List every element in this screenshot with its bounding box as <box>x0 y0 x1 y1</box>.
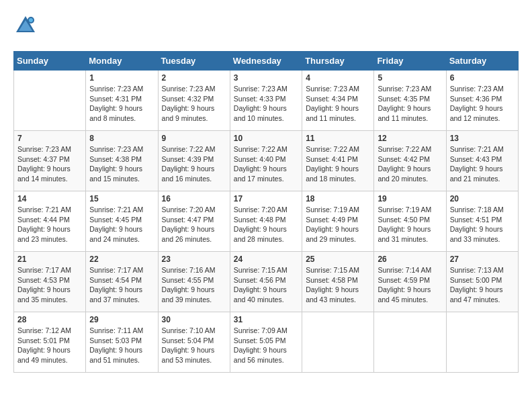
day-number: 25 <box>306 255 370 264</box>
calendar-cell: 6Sunrise: 7:23 AMSunset: 4:36 PMDaylight… <box>446 71 518 131</box>
day-number: 4 <box>306 73 370 83</box>
day-number: 23 <box>162 255 226 264</box>
col-header-wednesday: Wednesday <box>230 52 302 71</box>
col-header-saturday: Saturday <box>446 52 518 71</box>
day-number: 31 <box>234 315 298 324</box>
day-number: 20 <box>450 194 515 203</box>
calendar-cell: 27Sunrise: 7:13 AMSunset: 5:00 PMDayligh… <box>446 252 518 312</box>
day-info: Sunrise: 7:15 AMSunset: 4:56 PMDaylight:… <box>234 265 298 305</box>
day-number: 3 <box>234 73 298 83</box>
calendar-cell <box>14 71 86 131</box>
day-info: Sunrise: 7:10 AMSunset: 5:04 PMDaylight:… <box>162 326 226 365</box>
day-info: Sunrise: 7:09 AMSunset: 5:05 PMDaylight:… <box>234 326 298 365</box>
day-number: 22 <box>89 255 154 264</box>
day-info: Sunrise: 7:23 AMSunset: 4:34 PMDaylight:… <box>306 84 370 124</box>
col-header-monday: Monday <box>86 52 158 71</box>
logo <box>13 13 40 40</box>
calendar-table: SundayMondayTuesdayWednesdayThursdayFrid… <box>13 51 519 373</box>
col-header-tuesday: Tuesday <box>158 52 230 71</box>
calendar-week-row: 28Sunrise: 7:12 AMSunset: 5:01 PMDayligh… <box>14 312 519 373</box>
calendar-cell: 8Sunrise: 7:23 AMSunset: 4:38 PMDaylight… <box>86 131 158 191</box>
calendar-cell: 2Sunrise: 7:23 AMSunset: 4:32 PMDaylight… <box>158 71 230 131</box>
calendar-cell: 23Sunrise: 7:16 AMSunset: 4:55 PMDayligh… <box>158 252 230 312</box>
calendar-cell: 12Sunrise: 7:22 AMSunset: 4:42 PMDayligh… <box>374 131 446 191</box>
day-number: 26 <box>378 255 442 264</box>
calendar-cell: 21Sunrise: 7:17 AMSunset: 4:53 PMDayligh… <box>14 252 86 312</box>
day-info: Sunrise: 7:22 AMSunset: 4:41 PMDaylight:… <box>306 144 370 184</box>
day-number: 13 <box>450 134 515 143</box>
day-number: 5 <box>378 73 442 83</box>
day-info: Sunrise: 7:21 AMSunset: 4:45 PMDaylight:… <box>89 205 154 244</box>
col-header-thursday: Thursday <box>302 52 374 71</box>
day-info: Sunrise: 7:23 AMSunset: 4:35 PMDaylight:… <box>378 84 442 124</box>
day-number: 27 <box>450 255 515 264</box>
calendar-cell: 5Sunrise: 7:23 AMSunset: 4:35 PMDaylight… <box>374 71 446 131</box>
day-number: 14 <box>17 194 82 203</box>
calendar-week-row: 1Sunrise: 7:23 AMSunset: 4:31 PMDaylight… <box>14 71 519 131</box>
calendar-week-row: 14Sunrise: 7:21 AMSunset: 4:44 PMDayligh… <box>14 191 519 252</box>
day-number: 6 <box>450 73 515 83</box>
calendar-cell: 4Sunrise: 7:23 AMSunset: 4:34 PMDaylight… <box>302 71 374 131</box>
calendar-cell <box>302 312 374 373</box>
page-header <box>13 13 519 40</box>
day-info: Sunrise: 7:23 AMSunset: 4:37 PMDaylight:… <box>17 144 82 184</box>
calendar-cell: 17Sunrise: 7:20 AMSunset: 4:48 PMDayligh… <box>230 191 302 252</box>
day-info: Sunrise: 7:23 AMSunset: 4:31 PMDaylight:… <box>89 84 154 124</box>
day-info: Sunrise: 7:16 AMSunset: 4:55 PMDaylight:… <box>162 265 226 305</box>
calendar-cell: 28Sunrise: 7:12 AMSunset: 5:01 PMDayligh… <box>14 312 86 373</box>
calendar-cell: 25Sunrise: 7:15 AMSunset: 4:58 PMDayligh… <box>302 252 374 312</box>
day-info: Sunrise: 7:20 AMSunset: 4:47 PMDaylight:… <box>162 205 226 244</box>
day-number: 8 <box>89 134 154 143</box>
calendar-week-row: 21Sunrise: 7:17 AMSunset: 4:53 PMDayligh… <box>14 252 519 312</box>
calendar-cell <box>374 312 446 373</box>
calendar-cell: 31Sunrise: 7:09 AMSunset: 5:05 PMDayligh… <box>230 312 302 373</box>
day-info: Sunrise: 7:23 AMSunset: 4:33 PMDaylight:… <box>234 84 298 124</box>
day-info: Sunrise: 7:20 AMSunset: 4:48 PMDaylight:… <box>234 205 298 244</box>
calendar-cell: 30Sunrise: 7:10 AMSunset: 5:04 PMDayligh… <box>158 312 230 373</box>
calendar-cell: 18Sunrise: 7:19 AMSunset: 4:49 PMDayligh… <box>302 191 374 252</box>
day-number: 19 <box>378 194 442 203</box>
day-number: 15 <box>89 194 154 203</box>
day-number: 21 <box>17 255 82 264</box>
day-info: Sunrise: 7:22 AMSunset: 4:40 PMDaylight:… <box>234 144 298 184</box>
day-number: 7 <box>17 134 82 143</box>
day-info: Sunrise: 7:23 AMSunset: 4:38 PMDaylight:… <box>89 144 154 184</box>
day-number: 10 <box>234 134 298 143</box>
day-info: Sunrise: 7:14 AMSunset: 4:59 PMDaylight:… <box>378 265 442 305</box>
calendar-cell: 1Sunrise: 7:23 AMSunset: 4:31 PMDaylight… <box>86 71 158 131</box>
day-info: Sunrise: 7:19 AMSunset: 4:50 PMDaylight:… <box>378 205 442 244</box>
calendar-cell <box>446 312 518 373</box>
day-number: 30 <box>162 315 226 324</box>
day-number: 29 <box>89 315 154 324</box>
calendar-cell: 16Sunrise: 7:20 AMSunset: 4:47 PMDayligh… <box>158 191 230 252</box>
calendar-cell: 19Sunrise: 7:19 AMSunset: 4:50 PMDayligh… <box>374 191 446 252</box>
calendar-cell: 15Sunrise: 7:21 AMSunset: 4:45 PMDayligh… <box>86 191 158 252</box>
calendar-cell: 24Sunrise: 7:15 AMSunset: 4:56 PMDayligh… <box>230 252 302 312</box>
day-info: Sunrise: 7:22 AMSunset: 4:42 PMDaylight:… <box>378 144 442 184</box>
calendar-cell: 10Sunrise: 7:22 AMSunset: 4:40 PMDayligh… <box>230 131 302 191</box>
svg-point-3 <box>29 18 33 22</box>
calendar-cell: 26Sunrise: 7:14 AMSunset: 4:59 PMDayligh… <box>374 252 446 312</box>
day-number: 2 <box>162 73 226 83</box>
day-info: Sunrise: 7:12 AMSunset: 5:01 PMDaylight:… <box>17 326 82 365</box>
calendar-cell: 14Sunrise: 7:21 AMSunset: 4:44 PMDayligh… <box>14 191 86 252</box>
day-info: Sunrise: 7:22 AMSunset: 4:39 PMDaylight:… <box>162 144 226 184</box>
calendar-cell: 7Sunrise: 7:23 AMSunset: 4:37 PMDaylight… <box>14 131 86 191</box>
day-info: Sunrise: 7:17 AMSunset: 4:54 PMDaylight:… <box>89 265 154 305</box>
day-info: Sunrise: 7:13 AMSunset: 5:00 PMDaylight:… <box>450 265 515 305</box>
day-info: Sunrise: 7:17 AMSunset: 4:53 PMDaylight:… <box>17 265 82 305</box>
col-header-sunday: Sunday <box>14 52 86 71</box>
day-number: 9 <box>162 134 226 143</box>
col-header-friday: Friday <box>374 52 446 71</box>
day-info: Sunrise: 7:19 AMSunset: 4:49 PMDaylight:… <box>306 205 370 244</box>
calendar-header-row: SundayMondayTuesdayWednesdayThursdayFrid… <box>14 52 519 71</box>
day-info: Sunrise: 7:21 AMSunset: 4:44 PMDaylight:… <box>17 205 82 244</box>
day-number: 18 <box>306 194 370 203</box>
day-number: 28 <box>17 315 82 324</box>
calendar-cell: 9Sunrise: 7:22 AMSunset: 4:39 PMDaylight… <box>158 131 230 191</box>
day-info: Sunrise: 7:15 AMSunset: 4:58 PMDaylight:… <box>306 265 370 305</box>
calendar-cell: 11Sunrise: 7:22 AMSunset: 4:41 PMDayligh… <box>302 131 374 191</box>
calendar-cell: 20Sunrise: 7:18 AMSunset: 4:51 PMDayligh… <box>446 191 518 252</box>
day-number: 11 <box>306 134 370 143</box>
calendar-cell: 22Sunrise: 7:17 AMSunset: 4:54 PMDayligh… <box>86 252 158 312</box>
